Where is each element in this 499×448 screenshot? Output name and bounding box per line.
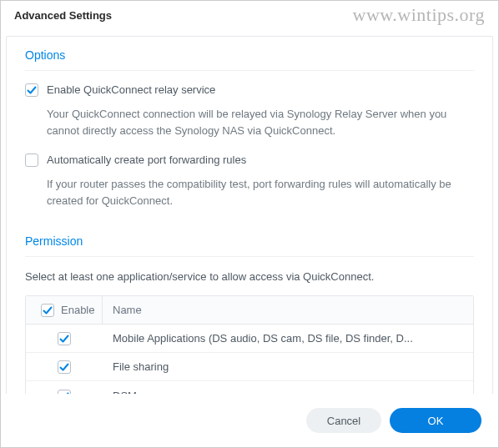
permission-description: Select at least one application/service … bbox=[25, 269, 474, 285]
checkmark-icon bbox=[59, 362, 69, 372]
column-enable: Enable bbox=[26, 296, 103, 324]
auto-port-row: Automatically create port forwarding rul… bbox=[25, 153, 474, 168]
row-enable-checkbox[interactable] bbox=[58, 332, 71, 345]
row-name: Mobile Applications (DS audio, DS cam, D… bbox=[103, 332, 473, 345]
window-title: Advanced Settings bbox=[14, 9, 112, 22]
column-name: Name bbox=[103, 296, 473, 324]
options-header: Options bbox=[25, 37, 474, 71]
header-enable-checkbox[interactable] bbox=[41, 304, 54, 317]
enable-relay-label: Enable QuickConnect relay service bbox=[47, 83, 215, 98]
enable-relay-checkbox[interactable] bbox=[25, 83, 38, 97]
window-titlebar: Advanced Settings bbox=[1, 1, 498, 31]
column-name-label: Name bbox=[113, 304, 142, 316]
checkmark-icon bbox=[27, 85, 37, 95]
enable-relay-row: Enable QuickConnect relay service bbox=[25, 83, 474, 98]
table-row[interactable]: Mobile Applications (DS audio, DS cam, D… bbox=[26, 325, 473, 353]
checkmark-icon bbox=[43, 305, 53, 315]
ok-button[interactable]: OK bbox=[390, 408, 481, 433]
row-name: File sharing bbox=[103, 360, 473, 373]
auto-port-checkbox[interactable] bbox=[25, 154, 38, 167]
checkmark-icon bbox=[59, 334, 69, 344]
permission-header: Permission bbox=[25, 223, 474, 257]
dialog-footer: Cancel OK bbox=[1, 394, 498, 447]
auto-port-help: If your router passes the compatibility … bbox=[47, 176, 474, 209]
enable-relay-help: Your QuickConnect connection will be rel… bbox=[47, 106, 474, 139]
cancel-button[interactable]: Cancel bbox=[306, 408, 381, 433]
table-header: Enable Name bbox=[26, 296, 473, 325]
row-enable-checkbox[interactable] bbox=[58, 360, 71, 374]
auto-port-label: Automatically create port forwarding rul… bbox=[47, 153, 246, 168]
table-row[interactable]: File sharing bbox=[26, 353, 473, 381]
dialog-content: Options Enable QuickConnect relay servic… bbox=[6, 36, 493, 411]
column-enable-label: Enable bbox=[61, 304, 94, 316]
